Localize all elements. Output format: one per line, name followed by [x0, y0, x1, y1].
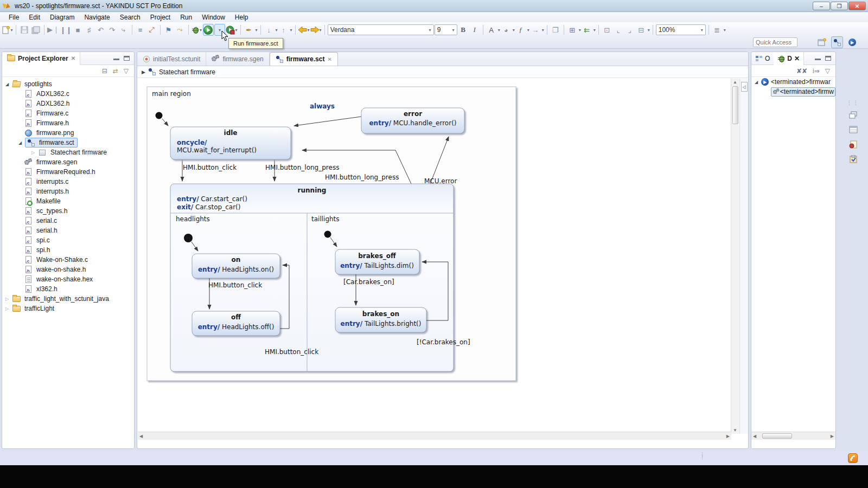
scroll-thumb[interactable] — [762, 433, 792, 439]
select-mode-button[interactable]: ⊡ — [602, 24, 612, 36]
scroll-left-icon[interactable]: ◀ — [753, 434, 756, 439]
state-title[interactable]: brakes_on — [362, 310, 399, 318]
tree-item-file[interactable]: spi.h — [2, 245, 134, 255]
simulation-perspective-button[interactable]: ▶ — [846, 36, 858, 48]
sort-diagram-button[interactable]: ≡ — [135, 24, 146, 36]
tree-item-file[interactable]: interrupts.h — [2, 187, 134, 196]
tree-item-file[interactable]: wake-on-shake.hex — [2, 274, 134, 284]
menu-help[interactable]: Help — [231, 13, 253, 22]
italic-button[interactable]: I — [469, 24, 480, 36]
snap-to-grid-button[interactable]: ⊞ — [567, 24, 578, 36]
menu-window[interactable]: Window — [197, 13, 229, 22]
quick-access-field[interactable] — [753, 37, 797, 47]
menu-search[interactable]: Search — [116, 13, 145, 22]
view-menu-button[interactable]: ▽ — [124, 67, 129, 75]
zoom-out-mode-button[interactable]: ⌟ — [624, 24, 635, 36]
tree-item-statechart-node[interactable]: ▷ Statechart firmware — [2, 147, 134, 157]
borders-button[interactable]: ⊟ — [636, 24, 647, 36]
route-diagram-button[interactable]: ⤢ — [146, 24, 157, 36]
align-button[interactable]: ⇇ — [582, 24, 592, 36]
menu-edit[interactable]: Edit — [24, 13, 44, 22]
forward-button[interactable]: ▾ — [310, 24, 322, 36]
tasks-view-button[interactable] — [847, 153, 859, 165]
expander-icon[interactable]: ▷ — [30, 150, 36, 155]
debug-launch-row[interactable]: ◢ ▶ <terminated>firmwar — [751, 77, 835, 87]
restore-button[interactable]: ❐ — [831, 2, 848, 10]
tree-item-file[interactable]: FirmwareRequired.h — [2, 167, 134, 177]
tree-item-file[interactable]: wake-on-shake.h — [2, 265, 134, 274]
state-title[interactable]: running — [298, 187, 327, 194]
feed-notification-icon[interactable] — [848, 453, 858, 463]
tree-item-file[interactable]: Firmware.c — [2, 108, 134, 118]
relaunch-button[interactable]: ♯ — [84, 24, 95, 36]
save-button[interactable] — [19, 24, 30, 36]
editor-horizontal-scrollbar[interactable]: ◀ ▶ — [138, 432, 731, 440]
redo-button[interactable]: ↷ — [107, 24, 118, 36]
tree-item-file[interactable]: serial.h — [2, 226, 134, 235]
tree-item-file[interactable]: firmware.sgen — [2, 157, 134, 167]
breadcrumb-expander-icon[interactable]: ▶ — [142, 69, 145, 75]
expander-icon[interactable]: ◢ — [754, 80, 759, 85]
tab-debug[interactable]: D ✕ — [774, 52, 804, 65]
scroll-down-icon[interactable]: ▼ — [731, 428, 739, 433]
copy-appearance-button[interactable]: ❐ — [550, 24, 561, 36]
tab-firmware-sct[interactable]: firmware.sct ✕ — [270, 52, 338, 66]
transition-label[interactable]: HMI.button_click — [265, 348, 318, 356]
scroll-up-icon[interactable]: ▲ — [731, 80, 739, 85]
transition-label-always[interactable]: always — [310, 102, 335, 110]
zoom-in-mode-button[interactable]: ⌞ — [613, 24, 624, 36]
tree-item-file[interactable]: Firmware.h — [2, 118, 134, 128]
tree-item-file[interactable]: xl362.h — [2, 284, 134, 294]
open-perspective-button[interactable] — [816, 36, 828, 48]
scroll-right-icon[interactable]: ▶ — [831, 434, 834, 439]
link-with-editor-button[interactable]: ⇄ — [113, 67, 118, 75]
font-name-combo[interactable]: Verdana▾ — [328, 24, 434, 35]
expander-icon[interactable]: ▷ — [4, 297, 10, 301]
tree-item-file[interactable]: ADXL362.h — [2, 99, 134, 108]
state-title[interactable]: error — [404, 110, 422, 118]
menu-navigate[interactable]: Navigate — [80, 13, 114, 22]
region-headlights-label[interactable]: headlights — [176, 215, 210, 223]
layers-button[interactable]: ≣ — [712, 24, 723, 36]
tab-firmware-sgen[interactable]: firmware.sgen — [206, 52, 269, 66]
tree-item-file[interactable]: ADXL362.c — [2, 89, 134, 99]
validate-button[interactable]: ⚑ — [163, 24, 174, 36]
main-region-label[interactable]: main region — [152, 90, 191, 98]
breakpoints-view-button[interactable] — [847, 138, 859, 150]
initial-state[interactable] — [156, 112, 163, 119]
scroll-thumb[interactable] — [732, 86, 738, 124]
remove-terminated-button[interactable]: ✘✘ — [796, 67, 807, 75]
transition-label[interactable]: [Car.brakes_on] — [343, 278, 394, 286]
scroll-left-icon[interactable]: ◀ — [139, 434, 143, 439]
project-explorer-tab[interactable]: Project Explorer ✕ — [2, 52, 80, 65]
state-title[interactable]: off — [231, 313, 241, 321]
redo2-button[interactable]: ⤷ — [118, 24, 129, 36]
pause-button[interactable]: ❙❙ — [60, 24, 72, 36]
debug-horizontal-scrollbar[interactable]: ◀ ▶ — [751, 432, 835, 440]
tree-item-file[interactable]: Makefile — [2, 196, 134, 206]
tree-item-file[interactable]: interrupts.c — [2, 177, 134, 187]
close-view-icon[interactable]: ✕ — [71, 55, 75, 61]
transition-label[interactable]: HMI.button_click — [183, 164, 237, 171]
tree-item-firmware-sct[interactable]: ◢ firmware.sct — [2, 138, 134, 147]
state-title[interactable]: on — [232, 256, 241, 264]
minimize-button[interactable]: – — [813, 2, 830, 10]
external-tools-button[interactable]: ✒ — [244, 24, 254, 36]
expander-icon[interactable]: ◢ — [17, 140, 23, 145]
close-button[interactable]: ✕ — [848, 2, 866, 10]
font-color-button[interactable]: A — [486, 24, 497, 36]
expander-icon[interactable]: ◢ — [4, 82, 10, 87]
collapsed-flyout-bar[interactable]: ◁ — [739, 79, 748, 434]
close-view-icon[interactable]: ✕ — [794, 55, 800, 62]
tree-item-project[interactable]: ▷ traffic_light_with_sctunit_java — [2, 294, 134, 304]
state-title[interactable]: brakes_off — [358, 252, 396, 260]
menu-diagram[interactable]: Diagram — [46, 13, 79, 22]
tab-outline[interactable]: O — [751, 52, 774, 65]
tree-item-file[interactable]: firmware.png — [2, 128, 134, 138]
new-wizard-button[interactable]: ▾ — [2, 24, 13, 36]
back-button[interactable]: ▾ — [298, 24, 310, 36]
view-menu-button[interactable]: ▽ — [825, 67, 830, 75]
breadcrumb[interactable]: ▶ Statechart firmware — [137, 66, 748, 78]
state-title[interactable]: idle — [224, 129, 238, 137]
tree-item-project[interactable]: ▷ trafficLight — [2, 304, 134, 313]
